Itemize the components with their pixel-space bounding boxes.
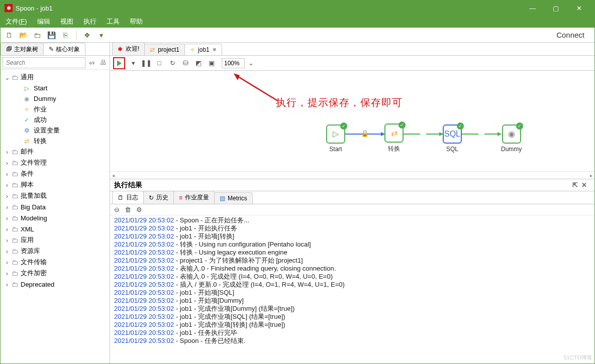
- tree-item-job[interactable]: ✧作业: [13, 104, 109, 114]
- log-line: 2021/01/29 20:53:02 - job1 - 完成作业项[SQL] …: [114, 313, 590, 321]
- log-output[interactable]: 2021/01/29 20:53:02 - Spoon - 正在开始任务...2…: [110, 215, 594, 363]
- replay-icon[interactable]: ↻: [167, 58, 177, 68]
- tree-folder[interactable]: ›🗀XML: [2, 223, 109, 234]
- tree-folder[interactable]: ›🗀批量加载: [2, 190, 109, 201]
- explore-icon[interactable]: 🗀: [32, 30, 43, 41]
- run-button[interactable]: [113, 57, 125, 69]
- tree-folder[interactable]: ›🗀应用: [2, 234, 109, 246]
- tree-folder[interactable]: ›🗀Deprecated: [2, 279, 109, 290]
- tree-item-dummy[interactable]: ◉Dummy: [13, 93, 109, 104]
- log-stop-icon[interactable]: ⊖: [114, 206, 120, 213]
- run-dropdown-icon[interactable]: ▾: [128, 58, 138, 68]
- log-line: 2021/01/29 20:53:02 - Spoon - 正在开始任务...: [114, 216, 590, 224]
- impact-icon[interactable]: ◩: [193, 58, 204, 68]
- tab-project1[interactable]: ⇄project1: [144, 44, 185, 55]
- minimize-button[interactable]: —: [521, 1, 544, 16]
- log-clear-icon[interactable]: 🗑: [125, 206, 131, 213]
- save-icon[interactable]: 💾: [46, 30, 57, 41]
- results-header: 执行结果 ⇱ ✕: [110, 179, 594, 191]
- perspective-icon[interactable]: ❖: [81, 30, 92, 41]
- tree-folder[interactable]: ›🗀文件加密: [2, 268, 109, 279]
- node-dummy[interactable]: ◉✓ Dummy: [501, 125, 522, 153]
- collapse-icon[interactable]: 品: [98, 57, 108, 68]
- metrics-icon: ≡: [179, 194, 182, 201]
- tab-welcome[interactable]: ✱欢迎!: [112, 42, 145, 55]
- tab-job1[interactable]: ✧job1✖: [184, 44, 222, 55]
- zoom-input[interactable]: [222, 58, 245, 68]
- stop-icon[interactable]: □: [154, 58, 164, 68]
- expand-icon[interactable]: ᔕ: [87, 57, 96, 68]
- close-tab-icon[interactable]: ✖: [213, 47, 217, 52]
- tree-folder-general[interactable]: ⌄🗀通用: [2, 72, 109, 83]
- open-icon[interactable]: 📂: [18, 30, 29, 41]
- document-tabs: ✱欢迎! ⇄project1 ✧job1✖: [110, 43, 594, 56]
- svg-marker-1: [234, 73, 240, 80]
- log-line: 2021/01/29 20:53:02 - Spoon - 任务已经结束.: [114, 337, 590, 345]
- menu-tools[interactable]: 工具: [105, 16, 122, 27]
- tree-folder[interactable]: ›🗀脚本: [2, 179, 109, 190]
- tab-history[interactable]: ↻历史: [143, 191, 174, 204]
- menu-view[interactable]: 视图: [58, 16, 75, 27]
- pause-icon[interactable]: ❚❚: [141, 58, 151, 68]
- tab-main-tree[interactable]: 🗊主对象树: [1, 43, 44, 55]
- dropdown-icon[interactable]: ▾: [95, 30, 107, 41]
- tab-job-metrics[interactable]: ≡作业度量: [173, 191, 215, 204]
- job-canvas[interactable]: 执行，提示保存，保存即可 ▷✓ Start 🔒 ⇄✓ 转换 ✓ SQL✓ SQL: [110, 71, 594, 171]
- tree-folder[interactable]: ›🗀资源库: [2, 246, 109, 257]
- tree-item-start[interactable]: ▷Start: [13, 83, 109, 93]
- log-line: 2021/01/29 20:53:02 - 转换 - Using run con…: [114, 240, 590, 249]
- tree-item-setvar[interactable]: ⚙设置变量: [13, 125, 109, 136]
- history-icon: ↻: [149, 194, 154, 201]
- tree-folder[interactable]: ›🗀文件传输: [2, 257, 109, 268]
- tree-item-trans[interactable]: ⇄转换: [13, 136, 109, 146]
- close-button[interactable]: ✕: [567, 1, 590, 16]
- menu-file[interactable]: 文件(F): [4, 16, 29, 27]
- log-line: 2021/01/29 20:53:02 - job1 - 开始执行任务: [114, 224, 590, 232]
- menubar: 文件(F) 编辑 视图 执行 工具 帮助: [1, 16, 594, 28]
- log-line: 2021/01/29 20:53:02 - job1 - 任务执行完毕: [114, 329, 590, 337]
- sql-icon[interactable]: ⛁: [180, 58, 190, 68]
- job-flow: ▷✓ Start 🔒 ⇄✓ 转换 ✓ SQL✓ SQL ✓ ◉: [326, 124, 522, 153]
- zoom-dropdown-icon[interactable]: ⌄: [246, 58, 256, 68]
- node-sql[interactable]: SQL✓ SQL: [443, 125, 462, 153]
- maximize-button[interactable]: ▢: [544, 1, 567, 16]
- tree-folder[interactable]: ›🗀邮件: [2, 146, 109, 157]
- watermark: 51CTO博客: [564, 354, 592, 361]
- menu-run[interactable]: 执行: [81, 16, 98, 27]
- popout-icon[interactable]: ⇱: [572, 181, 581, 189]
- log-line: 2021/01/29 20:53:02 - 表输入.0 - 完成处理 (I=4,…: [114, 273, 590, 281]
- results-tabs: 🗒日志 ↻历史 ≡作业度量 ▤Metrics: [110, 191, 594, 204]
- node-trans[interactable]: ⇄✓ 转换: [384, 124, 404, 153]
- log-line: 2021/01/29 20:53:02 - job1 - 完成作业项[Dummy…: [114, 305, 590, 313]
- annotation-text: 执行，提示保存，保存即可: [276, 96, 403, 109]
- tree-folder[interactable]: ›🗀Modeling: [2, 212, 109, 223]
- tree-folder[interactable]: ›🗀条件: [2, 168, 109, 179]
- menu-edit[interactable]: 编辑: [35, 16, 52, 27]
- canvas-scrollbar[interactable]: ◂▸: [110, 171, 594, 179]
- tree-folder[interactable]: ›🗀文件管理: [2, 157, 109, 168]
- lock-icon: 🔒: [361, 130, 369, 137]
- menu-help[interactable]: 帮助: [128, 16, 145, 27]
- close-results-icon[interactable]: ✕: [581, 181, 590, 189]
- log-line: 2021/01/29 20:53:02 - project1 - 为了转换解除补…: [114, 257, 590, 265]
- log-line: 2021/01/29 20:53:02 - job1 - 开始项[Dummy]: [114, 297, 590, 305]
- saveas-icon[interactable]: ⎘: [60, 30, 71, 41]
- search-input[interactable]: [3, 57, 85, 68]
- tab-metrics[interactable]: ▤Metrics: [214, 192, 253, 204]
- log-line: 2021/01/29 20:53:02 - 插入 / 更新.0 - 完成处理 (…: [114, 281, 590, 289]
- new-icon[interactable]: 🗋: [4, 30, 15, 41]
- log-line: 2021/01/29 20:53:02 - 表输入.0 - Finished r…: [114, 265, 590, 273]
- tree-item-success[interactable]: ✓成功: [13, 114, 109, 125]
- job-icon: ✧: [190, 46, 195, 53]
- tree-folder[interactable]: ›🗀Big Data: [2, 201, 109, 212]
- tab-log[interactable]: 🗒日志: [112, 191, 144, 204]
- trans-icon: ⇄: [150, 46, 155, 53]
- node-start[interactable]: ▷✓ Start: [326, 125, 345, 153]
- log-settings-icon[interactable]: ⚙: [136, 206, 142, 213]
- snap-icon[interactable]: ▣: [207, 58, 217, 68]
- log-toolbar: ⊖ 🗑 ⚙: [110, 204, 594, 215]
- tab-core-objects[interactable]: ✎核心对象: [43, 43, 85, 55]
- connect-link[interactable]: Connect: [556, 31, 591, 39]
- log-line: 2021/01/29 20:53:02 - job1 - 开始项[转换]: [114, 232, 590, 240]
- tree-icon: 🗊: [6, 46, 12, 53]
